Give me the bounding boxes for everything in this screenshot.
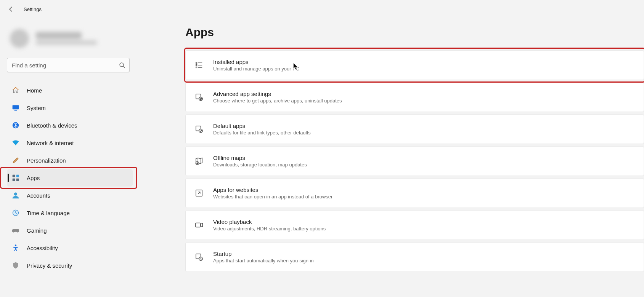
sidebar-item-gaming[interactable]: Gaming (7, 222, 133, 239)
sidebar-item-label: Gaming (27, 227, 47, 234)
sidebar-item-system[interactable]: System (7, 99, 133, 117)
home-icon (11, 86, 20, 94)
system-icon (11, 104, 20, 112)
startup-icon (194, 252, 204, 262)
card-advanced-app-settings[interactable]: Advanced app settings Choose where to ge… (185, 82, 644, 112)
card-subtitle: Defaults for file and link types, other … (213, 130, 311, 136)
card-startup[interactable]: Startup Apps that start automatically wh… (185, 242, 644, 272)
cards-list: Installed apps Uninstall and manage apps… (185, 50, 644, 272)
avatar (10, 29, 29, 48)
card-title: Offline maps (213, 155, 307, 161)
shield-icon (11, 261, 20, 270)
card-offline-maps[interactable]: Offline maps Downloads, storage location… (185, 146, 644, 176)
bluetooth-icon (11, 121, 20, 129)
titlebar: Settings (0, 0, 644, 18)
svg-rect-7 (13, 179, 15, 181)
svg-line-1 (123, 66, 125, 68)
card-title: Startup (213, 251, 314, 257)
sidebar-item-label: Home (27, 87, 42, 94)
page-title: Apps (185, 26, 644, 39)
svg-point-0 (120, 63, 124, 67)
sidebar-item-label: Personalization (27, 157, 66, 164)
card-subtitle: Downloads, storage location, map updates (213, 162, 307, 168)
search-container (7, 58, 130, 72)
main-content: Apps Installed apps Uninstall and manage… (137, 18, 644, 297)
search-input[interactable] (7, 58, 130, 72)
gamepad-icon (11, 226, 20, 235)
app-gear-icon (194, 92, 204, 102)
sidebar-item-accounts[interactable]: Accounts (7, 187, 133, 204)
svg-rect-5 (13, 175, 15, 177)
app-check-icon (194, 124, 204, 134)
svg-rect-8 (16, 179, 19, 181)
sidebar-item-label: Privacy & security (27, 262, 72, 269)
svg-rect-13 (196, 65, 197, 66)
card-title: Video playback (213, 219, 326, 225)
svg-rect-12 (196, 62, 197, 64)
card-video-playback[interactable]: Video playback Video adjustments, HDR st… (185, 210, 644, 240)
card-subtitle: Apps that start automatically when you s… (213, 258, 314, 263)
wifi-icon (11, 139, 20, 147)
nav-list: Home System Bluetooth & devices (7, 81, 133, 274)
card-title: Default apps (213, 123, 311, 129)
apps-icon (11, 174, 20, 182)
svg-rect-3 (14, 110, 17, 111)
sidebar-item-personalization[interactable]: Personalization (7, 152, 133, 169)
card-subtitle: Choose where to get apps, archive apps, … (213, 98, 342, 104)
list-icon (194, 60, 204, 70)
search-icon (119, 62, 125, 68)
account-profile[interactable] (10, 25, 133, 52)
back-button[interactable] (8, 6, 14, 13)
brush-icon (11, 156, 20, 164)
sidebar-item-accessibility[interactable]: Accessibility (7, 239, 133, 257)
svg-rect-25 (196, 223, 201, 227)
card-installed-apps[interactable]: Installed apps Uninstall and manage apps… (185, 50, 644, 80)
clock-globe-icon (11, 209, 20, 217)
accessibility-icon (11, 244, 20, 252)
sidebar-item-label: Time & language (27, 210, 70, 216)
open-app-icon (194, 188, 204, 198)
person-icon (11, 191, 20, 200)
window-title: Settings (24, 6, 42, 12)
sidebar-item-label: Accounts (27, 192, 50, 199)
card-subtitle: Uninstall and manage apps on your PC (213, 66, 299, 72)
sidebar-item-label: Bluetooth & devices (27, 122, 77, 129)
card-apps-for-websites[interactable]: Apps for websites Websites that can open… (185, 178, 644, 208)
svg-point-11 (15, 244, 16, 246)
sidebar-item-bluetooth[interactable]: Bluetooth & devices (7, 117, 133, 134)
card-title: Installed apps (213, 59, 299, 65)
card-title: Advanced app settings (213, 91, 342, 97)
sidebar-item-label: Apps (27, 175, 40, 181)
sidebar-item-label: Network & internet (27, 140, 74, 146)
card-title: Apps for websites (213, 187, 332, 193)
svg-rect-14 (196, 67, 197, 68)
map-download-icon (194, 156, 204, 166)
card-default-apps[interactable]: Default apps Defaults for file and link … (185, 114, 644, 144)
svg-point-9 (14, 193, 17, 196)
sidebar: Home System Bluetooth & devices (0, 18, 137, 297)
video-icon (194, 220, 204, 230)
sidebar-item-network[interactable]: Network & internet (7, 134, 133, 152)
sidebar-item-time[interactable]: Time & language (7, 204, 133, 222)
sidebar-item-privacy[interactable]: Privacy & security (7, 257, 133, 274)
sidebar-item-home[interactable]: Home (7, 81, 133, 99)
svg-rect-2 (13, 105, 19, 109)
svg-rect-6 (16, 175, 19, 177)
card-subtitle: Video adjustments, HDR streaming, batter… (213, 226, 326, 232)
sidebar-item-label: Accessibility (27, 245, 58, 251)
sidebar-item-label: System (27, 105, 46, 111)
card-subtitle: Websites that can open in an app instead… (213, 194, 332, 200)
sidebar-item-apps[interactable]: Apps (7, 169, 133, 187)
